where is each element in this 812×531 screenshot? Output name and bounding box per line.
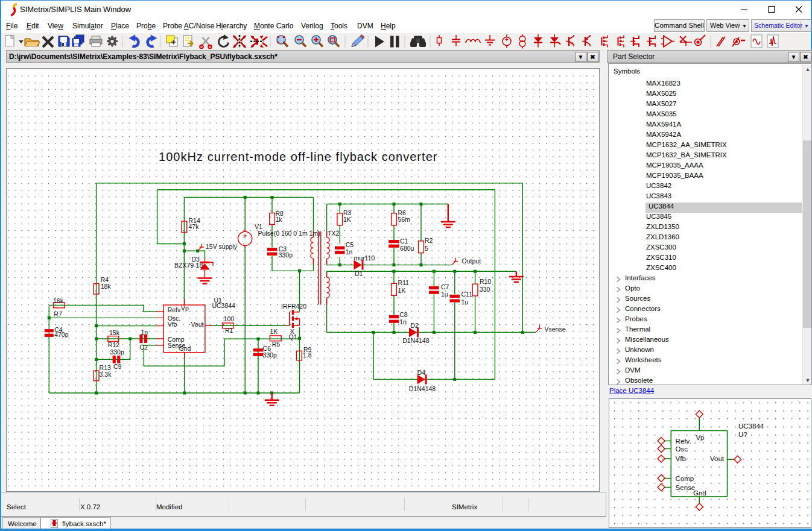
svg-text:Sense: Sense xyxy=(676,484,696,491)
svg-text:Vout: Vout xyxy=(710,455,725,462)
svg-text:100: 100 xyxy=(224,315,235,322)
svg-text:Vfb: Vfb xyxy=(676,455,686,462)
svg-text:Refv: Refv xyxy=(168,306,181,313)
svg-text:1n: 1n xyxy=(141,328,148,336)
svg-text:1.8: 1.8 xyxy=(303,351,312,359)
svg-text:UC3844: UC3844 xyxy=(738,423,764,430)
svg-text:R7: R7 xyxy=(54,310,62,318)
svg-text:R5: R5 xyxy=(272,341,281,348)
svg-text:UC3844: UC3844 xyxy=(212,302,235,309)
svg-text:BZX79-18: BZX79-18 xyxy=(174,262,203,269)
svg-text:680u: 680u xyxy=(400,245,414,252)
svg-text:R1: R1 xyxy=(225,327,233,334)
svg-text:mur110: mur110 xyxy=(354,254,375,262)
svg-text:V1: V1 xyxy=(255,223,262,230)
svg-text:18k: 18k xyxy=(101,283,112,290)
svg-text:1n: 1n xyxy=(346,248,353,256)
svg-text:Vsense: Vsense xyxy=(545,325,566,333)
svg-text:Osc: Osc xyxy=(676,445,688,453)
svg-text:470p: 470p xyxy=(54,331,69,338)
svg-text:D2: D2 xyxy=(410,322,419,329)
svg-text:1K: 1K xyxy=(343,216,351,223)
svg-text:IRFR420: IRFR420 xyxy=(281,303,306,310)
svg-text:Comp: Comp xyxy=(676,475,694,482)
svg-text:C9: C9 xyxy=(113,363,122,370)
svg-text:Gnd: Gnd xyxy=(693,489,706,497)
svg-text:TX2: TX2 xyxy=(328,230,339,237)
svg-text:330p: 330p xyxy=(263,351,278,359)
svg-text:16k: 16k xyxy=(53,297,64,304)
svg-text:Pulse(0 160 0 1m 1m): Pulse(0 160 0 1m 1m) xyxy=(258,230,320,237)
svg-text:3.3k: 3.3k xyxy=(100,371,112,378)
svg-text:Vp: Vp xyxy=(181,304,189,312)
svg-text:330: 330 xyxy=(480,286,490,293)
svg-text:D1: D1 xyxy=(355,270,363,277)
svg-text:R10: R10 xyxy=(480,278,491,285)
svg-text:D4: D4 xyxy=(417,369,426,376)
svg-text:R12: R12 xyxy=(108,341,119,348)
svg-text:R2: R2 xyxy=(425,237,433,244)
svg-text:Q1: Q1 xyxy=(289,333,297,341)
svg-text:U?: U? xyxy=(738,431,747,438)
svg-text:1K: 1K xyxy=(398,287,405,294)
svg-text:5: 5 xyxy=(425,245,428,252)
svg-text:15V supply: 15V supply xyxy=(206,243,238,250)
svg-text:Vp: Vp xyxy=(696,434,704,441)
svg-text:47k: 47k xyxy=(189,223,200,230)
svg-text:56m: 56m xyxy=(398,216,410,223)
svg-text:C8: C8 xyxy=(399,311,408,318)
svg-text:330p: 330p xyxy=(110,348,124,356)
svg-text:Vfb: Vfb xyxy=(168,321,177,328)
svg-text:Refv.: Refv. xyxy=(676,438,691,445)
svg-text:C1: C1 xyxy=(400,237,408,245)
svg-text:R4: R4 xyxy=(101,276,109,283)
svg-text:Output: Output xyxy=(462,257,481,265)
svg-text:Gnd: Gnd xyxy=(179,345,191,352)
svg-text:D1N4148: D1N4148 xyxy=(409,385,436,392)
svg-text:330p: 330p xyxy=(279,251,293,259)
svg-text:C7: C7 xyxy=(441,283,449,291)
svg-text:C6: C6 xyxy=(263,345,271,352)
svg-text:R11: R11 xyxy=(398,279,409,286)
svg-text:C11: C11 xyxy=(462,291,473,298)
svg-text:C5: C5 xyxy=(346,241,354,248)
svg-text:1k: 1k xyxy=(276,216,283,223)
svg-text:C2: C2 xyxy=(139,344,148,351)
svg-text:Vout: Vout xyxy=(191,321,203,328)
svg-text:1u: 1u xyxy=(441,291,448,298)
svg-text:1u: 1u xyxy=(462,298,469,306)
svg-text:1K: 1K xyxy=(270,328,278,335)
svg-text:D1N4148: D1N4148 xyxy=(402,337,430,344)
svg-text:1n: 1n xyxy=(399,318,407,325)
svg-text:100kHz current-mode off-line f: 100kHz current-mode off-line flyback con… xyxy=(159,150,438,163)
svg-text:15k: 15k xyxy=(109,329,120,336)
